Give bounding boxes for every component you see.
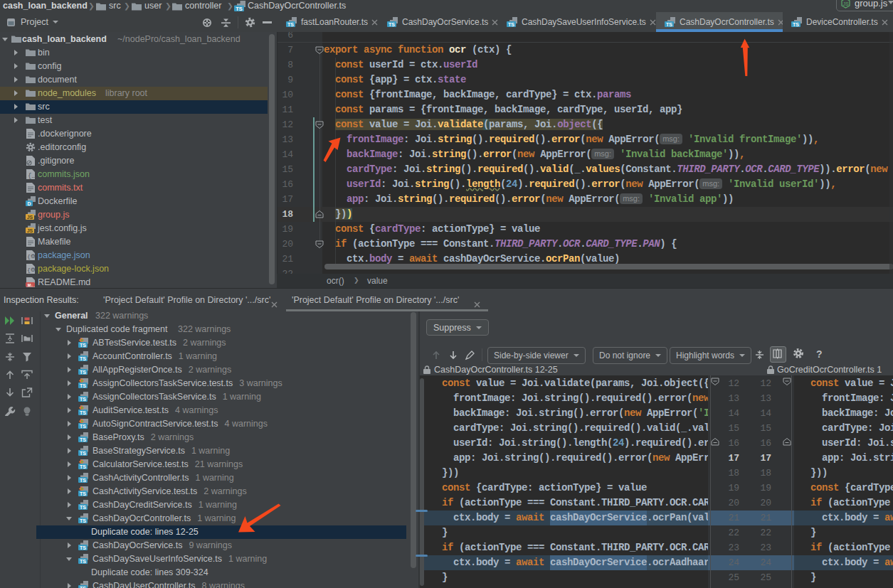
svg-text:{⚙: {⚙ bbox=[27, 267, 36, 273]
svg-text:TS: TS bbox=[666, 22, 672, 27]
svg-text:JS: JS bbox=[27, 215, 33, 220]
svg-text:JS: JS bbox=[842, 1, 849, 6]
svg-text:JS: JS bbox=[27, 228, 33, 233]
svg-text:TS: TS bbox=[389, 22, 395, 27]
svg-text:TS: TS bbox=[236, 6, 243, 12]
svg-text:{…: {… bbox=[28, 173, 36, 180]
svg-text:TS: TS bbox=[793, 22, 799, 27]
svg-text:M↓: M↓ bbox=[28, 283, 33, 287]
svg-text:TS: TS bbox=[508, 22, 514, 27]
svg-text:{⚙: {⚙ bbox=[27, 253, 36, 260]
svg-text:TS: TS bbox=[287, 22, 294, 27]
svg-text:D: D bbox=[27, 201, 31, 206]
